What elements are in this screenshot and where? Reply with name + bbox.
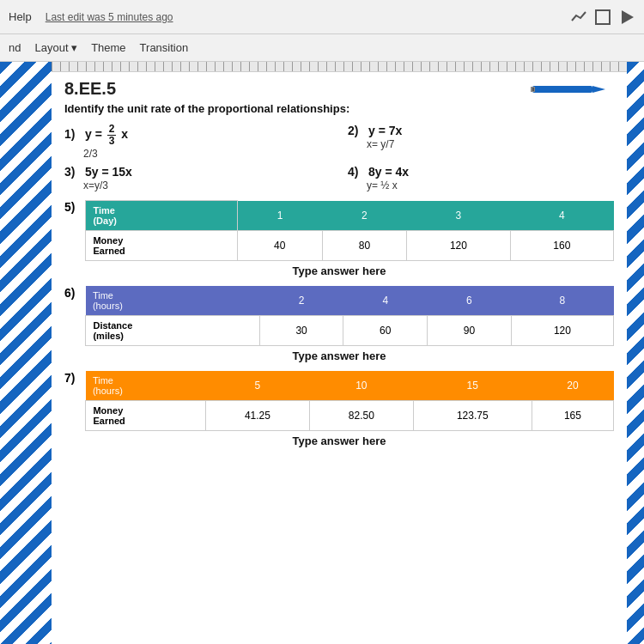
table-6-col3: 6 [428,286,512,316]
main-area: 8.EE.5 Identify the unit rate of the pro… [0,62,644,644]
table-6-col4: 8 [511,286,613,316]
table-6: Time(hours) 2 4 6 8 Distance(miles) 30 6… [85,286,614,346]
table-6-col2: 4 [343,286,428,316]
table-6-row-label: Distance(miles) [86,316,259,346]
table-6-r1c1: 30 [259,316,343,346]
table-5-row-label: MoneyEarned [86,231,237,261]
table-problem-6: 6) Time(hours) 2 4 6 8 Distance(miles) 3… [64,286,614,362]
help-menu[interactable]: Help [9,10,32,23]
edit-status: Last edit was 5 minutes ago [46,11,173,23]
table-5-col1: 1 [237,201,322,231]
problem-4: 4) 8y = 4x y= ½ x [348,165,614,191]
menu-transition[interactable]: Transition [140,41,189,54]
problem-7-num: 7) [64,371,75,385]
problem-1-num: 1) [64,127,80,141]
svg-rect-2 [532,86,592,93]
top-bar: Help Last edit was 5 minutes ago [0,0,644,34]
table-7: Time(hours) 5 10 15 20 MoneyEarned 41.25… [85,371,614,431]
table-5-r1c3: 120 [407,231,510,261]
svg-marker-3 [592,86,605,93]
table-5-r1c4: 160 [510,231,613,261]
problem-4-answer: y= ½ x [367,179,614,191]
table-7-row-label: MoneyEarned [86,401,206,431]
table-6-col1: 2 [259,286,343,316]
right-decorative-border [627,62,644,644]
play-icon[interactable] [618,9,635,26]
problem-3-num: 3) [64,165,80,179]
table-5-header-label: Time(Day) [86,201,237,231]
table-5-answer[interactable]: Type answer here [64,264,614,277]
table-6-header-label: Time(hours) [86,286,259,316]
table-7-r1c3: 123.75 [413,401,532,431]
problem-1: 1) y = 23 x 2/3 [64,124,331,160]
pencil-icon [528,79,614,98]
table-7-answer[interactable]: Type answer here [64,434,614,447]
window-controls [570,9,635,26]
svg-rect-0 [596,10,610,24]
problem-3-eq: 5y = 15x [85,165,132,179]
ruler [52,62,627,72]
svg-marker-1 [622,10,634,24]
problem-4-eq: 8y = 4x [368,165,409,179]
standard-code: 8.EE.5 [64,79,116,99]
table-problem-7: 7) Time(hours) 5 10 15 20 MoneyEarned 41… [64,371,614,447]
menu-theme[interactable]: Theme [91,41,125,54]
table-5-col3: 3 [407,201,510,231]
problem-1-eq: y = 23 x [85,124,128,147]
table-6-r1c2: 60 [343,316,428,346]
problem-2-eq: y = 7x [368,124,402,137]
content-panel: 8.EE.5 Identify the unit rate of the pro… [52,62,627,644]
problem-5-num: 5) [64,200,75,214]
table-5-col4: 4 [510,201,613,231]
table-7-col1: 5 [206,371,310,401]
table-7-header-label: Time(hours) [86,371,206,401]
table-7-col4: 20 [532,371,613,401]
menu-layout[interactable]: Layout ▾ [34,41,77,54]
title-area: 8.EE.5 [64,79,614,99]
left-decorative-border [0,62,52,644]
table-5-col2: 2 [322,201,407,231]
problem-2-answer: x= y/7 [367,138,614,150]
subtitle: Identify the unit rate of the proportion… [64,102,614,115]
problem-4-num: 4) [348,165,363,179]
problem-2: 2) y = 7x x= y/7 [348,124,614,160]
table-7-r1c1: 41.25 [206,401,310,431]
menu-nd[interactable]: nd [9,41,21,54]
table-6-r1c4: 120 [511,316,613,346]
problems-grid: 1) y = 23 x 2/3 2) y = 7x x= y/7 3) [64,124,614,193]
table-7-r1c4: 165 [532,401,613,431]
table-5-r1c2: 80 [322,231,407,261]
table-6-r1c3: 90 [428,316,512,346]
table-5-r1c1: 40 [237,231,322,261]
menu-bar: nd Layout ▾ Theme Transition [0,34,644,62]
table-7-col2: 10 [309,371,413,401]
table-problem-5: 5) Time(Day) 1 2 3 4 MoneyEarned 40 80 1… [64,200,614,277]
table-7-col3: 15 [413,371,532,401]
maximize-icon[interactable] [594,9,611,26]
table-7-r1c2: 82.50 [309,401,413,431]
problem-3: 3) 5y = 15x x=y/3 [64,165,331,191]
minimize-icon[interactable] [570,9,587,26]
svg-rect-5 [532,88,534,91]
table-5: Time(Day) 1 2 3 4 MoneyEarned 40 80 120 … [85,200,614,261]
problem-3-answer: x=y/3 [83,179,331,191]
problem-6-num: 6) [64,286,75,300]
table-6-answer[interactable]: Type answer here [64,349,614,362]
problem-1-answer: 2/3 [83,148,331,160]
problem-2-num: 2) [348,124,363,137]
